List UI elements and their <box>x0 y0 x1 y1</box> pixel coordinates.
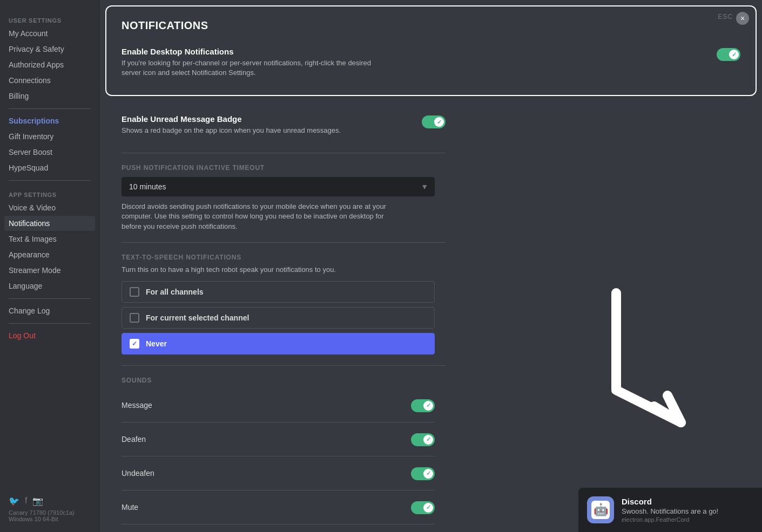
tts-header: TEXT-TO-SPEECH NOTIFICATIONS <box>122 254 446 261</box>
main-content: NOTIFICATIONS ESC × Enable Desktop Notif… <box>100 0 762 532</box>
sidebar-divider-3 <box>9 298 91 299</box>
unread-badge-section: Enable Unread Message Badge Shows a red … <box>122 108 446 142</box>
tts-never-checkbox[interactable]: ✓ <box>130 339 139 349</box>
sound-message-label: Message <box>122 401 152 410</box>
sidebar-item-voice-video[interactable]: Voice & Video <box>4 200 95 215</box>
sidebar-section-user-settings: USER SETTINGS <box>4 14 95 26</box>
sidebar-divider-4 <box>9 323 91 324</box>
sidebar-item-hypesquad[interactable]: HypeSquad <box>4 160 95 175</box>
sidebar-item-logout[interactable]: Log Out <box>4 328 95 343</box>
sidebar-item-billing[interactable]: Billing <box>4 88 95 104</box>
sidebar-item-language[interactable]: Language <box>4 278 95 294</box>
toggle-check-sound-deafen: ✓ <box>426 436 431 443</box>
tts-section: TEXT-TO-SPEECH NOTIFICATIONS Turn this o… <box>122 254 446 354</box>
sound-row-undeafen: Undeafen ✓ <box>122 456 435 490</box>
toast-message: Swoosh. Notifications are a go! <box>622 507 753 515</box>
enable-unread-badge-row: Enable Unread Message Badge Shows a red … <box>122 108 446 142</box>
enable-desktop-notifications-desc: If you're looking for per-channel or per… <box>122 58 392 78</box>
toast-source: electron.app.FeatherCord <box>622 516 753 523</box>
sound-mute-label: Mute <box>122 503 138 511</box>
sound-deafen-toggle[interactable]: ✓ <box>411 433 435 446</box>
sound-undeafen-label: Undeafen <box>122 469 154 478</box>
enable-unread-badge-desc: Shows a red badge on the app icon when y… <box>122 126 392 135</box>
enable-desktop-notifications-toggle[interactable]: ✓ <box>717 48 740 61</box>
sidebar-os: Windows 10 64-Bit <box>9 516 91 522</box>
toggle-knob-sound-message: ✓ <box>423 401 433 411</box>
tts-never-row[interactable]: ✓ Never <box>122 333 435 354</box>
enable-unread-badge-content: Enable Unread Message Badge Shows a red … <box>122 114 413 135</box>
popup-title: NOTIFICATIONS <box>122 19 740 32</box>
push-timeout-select[interactable]: 1 minute 5 minutes 10 minutes 15 minutes… <box>122 177 435 196</box>
sidebar-section-subscriptions: Subscriptions <box>4 113 95 128</box>
sound-row-message: Message ✓ <box>122 388 435 422</box>
sidebar-item-server-boost[interactable]: Server Boost <box>4 145 95 160</box>
sound-undeafen-toggle[interactable]: ✓ <box>411 467 435 480</box>
facebook-icon[interactable]: f <box>25 496 27 506</box>
push-timeout-dropdown-wrapper: 1 minute 5 minutes 10 minutes 15 minutes… <box>122 177 435 196</box>
sound-row-unmute: Unmute ✓ <box>122 524 435 532</box>
tts-all-channels-label: For all channels <box>146 288 204 296</box>
sound-message-toggle[interactable]: ✓ <box>411 399 435 412</box>
popup-esc-label: ESC <box>718 13 733 21</box>
sidebar-divider-1 <box>9 108 91 109</box>
toggle-knob-sound-deafen: ✓ <box>423 435 433 445</box>
enable-desktop-notifications-label: Enable Desktop Notifications <box>122 47 708 56</box>
sound-mute-toggle[interactable]: ✓ <box>411 501 435 514</box>
tts-never-label: Never <box>146 339 167 348</box>
sidebar-item-gift-inventory[interactable]: Gift Inventory <box>4 129 95 144</box>
toggle-knob: ✓ <box>729 50 739 59</box>
notification-popup: NOTIFICATIONS ESC × Enable Desktop Notif… <box>105 5 757 96</box>
toast-icon: 🤖 <box>587 496 614 523</box>
sidebar-item-change-log[interactable]: Change Log <box>4 303 95 318</box>
sounds-header: SOUNDS <box>122 377 740 384</box>
push-timeout-dropdown-container: 1 minute 5 minutes 10 minutes 15 minutes… <box>122 177 446 196</box>
toast-content: Discord Swoosh. Notifications are a go! … <box>622 497 753 523</box>
sidebar-item-privacy-safety[interactable]: Privacy & Safety <box>4 42 95 57</box>
sidebar-item-appearance[interactable]: Appearance <box>4 247 95 262</box>
sound-row-deafen: Deafen ✓ <box>122 422 435 456</box>
toggle-knob-sound-undeafen: ✓ <box>423 469 433 479</box>
sidebar: USER SETTINGS My Account Privacy & Safet… <box>0 0 100 532</box>
sidebar-item-streamer-mode[interactable]: Streamer Mode <box>4 263 95 278</box>
twitter-icon[interactable]: 🐦 <box>9 496 19 506</box>
tts-current-channel-checkbox[interactable] <box>130 313 139 323</box>
instagram-icon[interactable]: 📷 <box>32 496 43 506</box>
sound-row-mute: Mute ✓ <box>122 490 435 524</box>
tts-all-channels-row[interactable]: For all channels <box>122 281 435 303</box>
toggle-check-icon: ✓ <box>732 51 737 58</box>
push-timeout-header: PUSH NOTIFICATION INACTIVE TIMEOUT <box>122 164 446 172</box>
sidebar-divider-2 <box>9 180 91 181</box>
enable-desktop-notifications-row: Enable Desktop Notifications If you're l… <box>122 40 740 84</box>
sound-deafen-label: Deafen <box>122 435 146 444</box>
toggle-check-sound-undeafen: ✓ <box>426 470 431 477</box>
toggle-check-icon-2: ✓ <box>437 119 442 126</box>
sidebar-version: Canary 71780 (7910c1a) <box>9 509 91 516</box>
popup-close-button[interactable]: × <box>736 12 749 25</box>
separator-2 <box>122 242 446 243</box>
discord-robot-icon: 🤖 <box>594 503 608 517</box>
toast-icon-inner: 🤖 <box>591 501 610 519</box>
tts-current-channel-row[interactable]: For current selected channel <box>122 307 435 329</box>
sidebar-item-notifications[interactable]: Notifications <box>4 216 95 231</box>
toggle-check-sound-mute: ✓ <box>426 504 431 511</box>
sidebar-item-authorized-apps[interactable]: Authorized Apps <box>4 57 95 72</box>
tts-desc: Turn this on to have a high tech robot s… <box>122 265 446 274</box>
sidebar-item-connections[interactable]: Connections <box>4 73 95 88</box>
tts-all-channels-checkbox[interactable] <box>130 287 139 297</box>
enable-desktop-notifications-content: Enable Desktop Notifications If you're l… <box>122 47 708 78</box>
push-timeout-section: PUSH NOTIFICATION INACTIVE TIMEOUT 1 min… <box>122 164 446 231</box>
sidebar-item-text-images[interactable]: Text & Images <box>4 231 95 247</box>
push-timeout-desc: Discord avoids sending push notification… <box>122 202 392 231</box>
tts-current-channel-label: For current selected channel <box>146 313 249 322</box>
sidebar-item-my-account[interactable]: My Account <box>4 26 95 41</box>
toggle-check-sound-message: ✓ <box>426 402 431 409</box>
separator-3 <box>122 365 446 366</box>
sidebar-footer: 🐦 f 📷 Canary 71780 (7910c1a) Windows 10 … <box>4 492 95 527</box>
sidebar-social-links: 🐦 f 📷 <box>9 496 91 506</box>
checkbox-checkmark-icon: ✓ <box>132 340 137 347</box>
toast-title: Discord <box>622 497 753 506</box>
discord-toast: 🤖 Discord Swoosh. Notifications are a go… <box>578 488 762 532</box>
toggle-knob-sound-mute: ✓ <box>423 503 433 513</box>
toggle-knob-2: ✓ <box>434 117 444 127</box>
enable-unread-badge-toggle[interactable]: ✓ <box>422 115 446 128</box>
